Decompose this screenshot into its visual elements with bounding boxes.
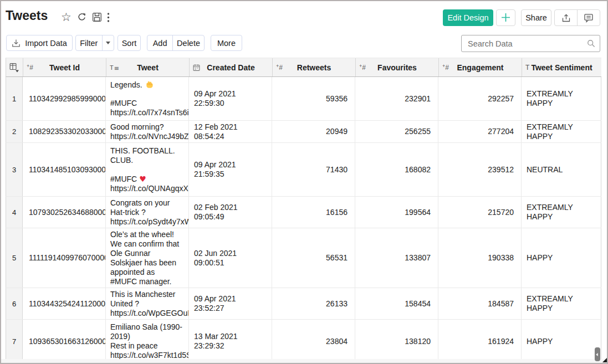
search-box (461, 35, 600, 52)
retweets-cell[interactable]: 56531 (272, 228, 355, 288)
tweet-id-cell[interactable]: 1103443254241120000 (23, 288, 106, 319)
tweet-cell[interactable]: Congrats on yourHat-trick ?https://t.co/… (106, 197, 189, 228)
created-date-cell[interactable]: 02 Feb 202109:05:49 (189, 197, 272, 228)
tweet-sentiment-cell[interactable]: EXTREAMLY HAPPY (522, 77, 601, 120)
favourites-cell[interactable]: 256255 (355, 121, 438, 142)
created-date-cell[interactable]: 12 Feb 202108:54:24 (189, 121, 272, 142)
row-number-cell[interactable]: 1 (6, 77, 23, 120)
export-button[interactable] (555, 10, 577, 25)
tweet-cell[interactable]: This is ManchesterUnited ?https://t.co/W… (106, 288, 189, 319)
comment-button[interactable] (577, 10, 600, 25)
favourites-cell[interactable]: 158454 (355, 288, 438, 319)
refresh-icon[interactable] (76, 11, 87, 23)
filter-label: Filter (76, 35, 102, 50)
horizontal-scrollbar-track[interactable] (1, 359, 607, 363)
add-new-button[interactable] (496, 9, 515, 26)
filter-dropdown-toggle[interactable] (102, 35, 114, 50)
tweet-sentiment-cell[interactable]: EXTREAMLY HAPPY (522, 197, 601, 228)
sort-button[interactable]: Sort (117, 35, 141, 51)
retweets-cell[interactable]: 26133 (272, 288, 355, 319)
import-data-label: Import Data (25, 39, 67, 48)
column-header-label: Engagement (439, 63, 522, 72)
tweet-id-cell[interactable]: 1111191409976070000 (23, 228, 106, 288)
tweet-sentiment-cell[interactable]: EXTREAMLY HAPPY (522, 288, 601, 319)
tweet-sentiment-cell[interactable]: HAPPY (522, 228, 601, 288)
retweets-cell[interactable]: 23804 (272, 320, 355, 359)
tweet-cell[interactable]: Emiliano Sala (1990-2019)Rest in peaceht… (106, 320, 189, 359)
column-header-retweets[interactable]: +#Retweets (273, 58, 356, 76)
created-date-cell[interactable]: 02 Jun 202109:00:51 (189, 228, 272, 288)
table-row: 11103429929859990000Legends. #MUFChttps:… (6, 77, 601, 121)
table-row: 41079302526346880000Congrats on yourHat-… (6, 197, 601, 228)
tweet-cell[interactable]: THIS. FOOTBALL.CLUB.#MUFC ♥https://t.co/… (106, 143, 189, 196)
retweets-cell[interactable]: 71430 (272, 143, 355, 196)
tweet-id-cell[interactable]: 1079302526346880000 (23, 197, 106, 228)
tweet-sentiment-cell[interactable]: EXTREAMLY HAPPY (522, 121, 601, 142)
resize-corner[interactable] (602, 358, 607, 362)
more-vertical-icon[interactable] (107, 11, 110, 23)
row-number-cell[interactable]: 7 (6, 320, 23, 359)
tweet-cell[interactable]: Good morning?https://t.co/NVncJ49bZg (106, 121, 189, 142)
row-number-cell[interactable]: 5 (6, 228, 23, 288)
table-row: 51111191409976070000Ole’s at the wheel!W… (6, 228, 601, 288)
column-header-label: Tweet (106, 63, 189, 72)
edit-design-button[interactable]: Edit Design (443, 9, 493, 26)
table-row: 61103443254241120000This is ManchesterUn… (6, 288, 601, 320)
search-input[interactable] (461, 35, 600, 52)
engagement-cell[interactable]: 190338 (438, 228, 522, 288)
created-date-cell[interactable]: 09 Apr 202122:59:30 (189, 77, 272, 120)
column-header-tweet-sentiment[interactable]: TTweet Sentiment (522, 58, 601, 76)
tweet-id-cell[interactable]: 1093653016631260000 (23, 320, 106, 359)
favourites-cell[interactable]: 199564 (355, 197, 438, 228)
filter-button[interactable]: Filter (75, 35, 114, 51)
tweet-id-cell[interactable]: 1103414851030930000 (23, 143, 106, 196)
engagement-cell[interactable]: 292257 (438, 77, 522, 120)
engagement-cell[interactable]: 239512 (438, 143, 522, 196)
delete-button[interactable]: Delete (172, 35, 204, 50)
engagement-cell[interactable]: 277204 (438, 121, 522, 142)
column-header-created-date[interactable]: Created Date (190, 58, 273, 76)
row-number-cell[interactable]: 6 (6, 288, 23, 319)
created-date-cell[interactable]: 13 Mar 202123:29:32 (189, 320, 272, 359)
column-header-engagement[interactable]: +#Engagement (439, 58, 522, 76)
table-row: 31103414851030930000THIS. FOOTBALL.CLUB.… (6, 143, 601, 197)
column-header-label: Created Date (190, 63, 272, 72)
share-button[interactable]: Share (521, 9, 551, 26)
tweet-sentiment-cell[interactable]: HAPPY (522, 320, 601, 359)
save-icon[interactable] (92, 11, 102, 23)
chevron-down-icon (106, 42, 110, 44)
table-header-row: +#Tweet IdT≡TweetCreated Date+#Retweets+… (6, 58, 601, 77)
comment-icon (584, 13, 594, 23)
favourites-cell[interactable]: 232901 (355, 77, 438, 120)
tweet-cell[interactable]: Ole’s at the wheel!We can confirm thatOl… (106, 228, 189, 288)
more-button[interactable]: More (211, 35, 242, 51)
retweets-cell[interactable]: 20949 (272, 121, 355, 142)
column-header-tweet-id[interactable]: +#Tweet Id (23, 58, 106, 76)
column-header-favourites[interactable]: +#Favourites (356, 58, 439, 76)
favorite-star-icon[interactable]: ☆ (61, 11, 71, 23)
tweet-id-cell[interactable]: 1082923533020330000 (23, 121, 106, 142)
created-date-cell[interactable]: 09 Apr 202123:52:27 (189, 288, 272, 319)
tweet-id-cell[interactable]: 1103429929859990000 (23, 77, 106, 120)
engagement-cell[interactable]: 184587 (438, 288, 522, 319)
import-data-button[interactable]: Import Data (6, 35, 73, 51)
row-number-cell[interactable]: 4 (6, 197, 23, 228)
row-number-cell[interactable]: 2 (6, 121, 23, 142)
table-row: 71093653016631260000Emiliano Sala (1990-… (6, 320, 601, 359)
created-date-cell[interactable]: 09 Apr 202121:59:35 (189, 143, 272, 196)
add-button[interactable]: Add (147, 35, 172, 50)
favourites-cell[interactable]: 168082 (355, 143, 438, 196)
tweet-sentiment-cell[interactable]: NEUTRAL (522, 143, 601, 196)
engagement-cell[interactable]: 215720 (438, 197, 522, 228)
engagement-cell[interactable]: 161924 (438, 320, 522, 359)
tweet-cell[interactable]: Legends. #MUFChttps://t.co/l7x74snTs6i (106, 77, 189, 120)
favourites-cell[interactable]: 133807 (355, 228, 438, 288)
column-header-tweet[interactable]: T≡Tweet (106, 58, 190, 76)
retweets-cell[interactable]: 16156 (272, 197, 355, 228)
select-all-header-cell[interactable] (6, 58, 23, 76)
row-number-cell[interactable]: 3 (6, 143, 23, 196)
vertical-scrollbar-thumb[interactable] (595, 347, 600, 361)
retweets-cell[interactable]: 59356 (272, 77, 355, 120)
add-delete-button-group: Add Delete (147, 35, 205, 51)
favourites-cell[interactable]: 138120 (355, 320, 438, 359)
